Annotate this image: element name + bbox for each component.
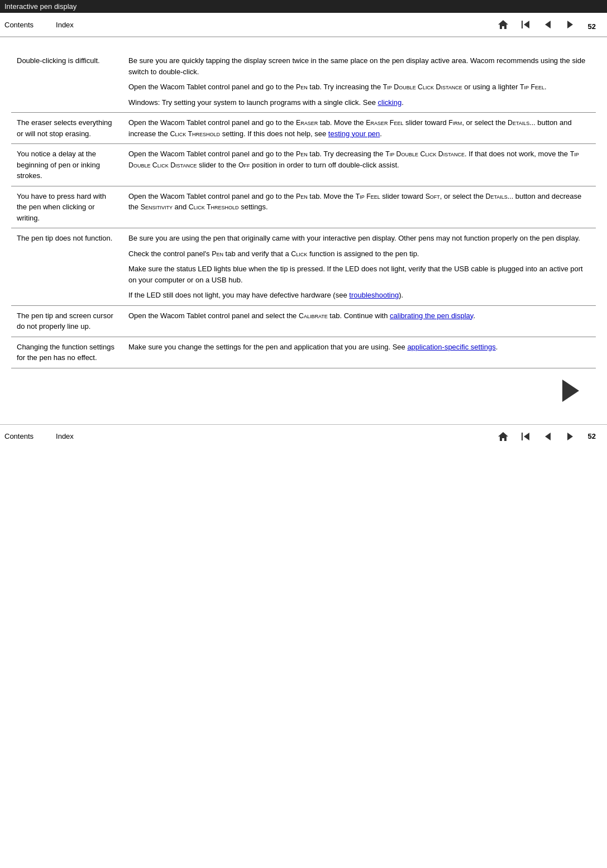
details-label2: Details... bbox=[486, 193, 514, 200]
nav-icon-group bbox=[493, 16, 580, 33]
svg-rect-6 bbox=[522, 433, 523, 440]
contents-link[interactable]: Contents bbox=[4, 21, 34, 29]
prev-page-button[interactable] bbox=[538, 16, 558, 33]
firm-label: Firm bbox=[448, 119, 462, 127]
footer-home-icon bbox=[497, 430, 509, 443]
next-arrow-container bbox=[11, 368, 596, 407]
home-button[interactable] bbox=[493, 16, 513, 33]
svg-marker-3 bbox=[545, 21, 551, 28]
pen-tab-label3: Pen bbox=[296, 193, 308, 200]
first-page-icon bbox=[519, 18, 532, 31]
next-page-arrow[interactable] bbox=[562, 380, 579, 402]
troubleshooting-link[interactable]: troubleshooting bbox=[349, 291, 399, 299]
svg-marker-8 bbox=[545, 433, 551, 440]
tip-dcd-label2: Tip Double Click Distance bbox=[128, 150, 579, 169]
svg-marker-4 bbox=[567, 21, 573, 28]
table-row: Double-clicking is difficult. Be sure yo… bbox=[11, 51, 596, 113]
next-page-icon bbox=[564, 18, 576, 31]
svg-marker-0 bbox=[498, 20, 508, 29]
details-label: Details... bbox=[508, 119, 536, 127]
footer-prev-button[interactable] bbox=[538, 428, 558, 445]
troubleshooting-table: Double-clicking is difficult. Be sure yo… bbox=[11, 51, 596, 368]
problem-cell: Double-clicking is difficult. bbox=[11, 51, 123, 113]
testing-pen-link[interactable]: testing your pen bbox=[328, 130, 380, 138]
svg-marker-7 bbox=[524, 433, 529, 440]
tip-feel-label: Tip Feel bbox=[520, 83, 544, 91]
problem-cell: Changing the function settings for the p… bbox=[11, 337, 123, 368]
calibrating-link[interactable]: calibrating the pen display bbox=[390, 311, 473, 320]
table-row: Changing the function settings for the p… bbox=[11, 337, 596, 368]
app-specific-link[interactable]: application-specific settings bbox=[407, 343, 495, 351]
click-threshold-label2: Click Threshold bbox=[189, 203, 239, 211]
click-label: Click bbox=[291, 250, 307, 258]
calibrate-tab-label: Calibrate bbox=[299, 312, 328, 320]
footer-prev-icon bbox=[542, 430, 554, 443]
problem-cell: You have to press hard with the pen when… bbox=[11, 186, 123, 228]
table-row: The pen tip does not function. Be sure y… bbox=[11, 228, 596, 306]
solution-cell: Be sure you are quickly tapping the disp… bbox=[123, 51, 596, 113]
problem-cell: The pen tip and screen cursor do not pro… bbox=[11, 305, 123, 337]
soft-label: Soft bbox=[426, 193, 440, 200]
solution-cell: Open the Wacom Tablet control panel and … bbox=[123, 113, 596, 144]
footer-index-link[interactable]: Index bbox=[56, 432, 74, 440]
prev-page-icon bbox=[542, 18, 554, 31]
pen-tab-label2: Pen bbox=[296, 150, 308, 158]
problem-cell: You notice a delay at the beginning of p… bbox=[11, 144, 123, 186]
table-row: You notice a delay at the beginning of p… bbox=[11, 144, 596, 186]
off-label: Off bbox=[238, 161, 250, 169]
pen-tab-label: Pen bbox=[296, 83, 308, 91]
table-row: You have to press hard with the pen when… bbox=[11, 186, 596, 228]
home-icon bbox=[497, 18, 509, 31]
tip-feel-label2: Tip Feel bbox=[356, 193, 380, 200]
svg-marker-9 bbox=[567, 433, 573, 440]
page-footer: Contents Index bbox=[0, 424, 607, 448]
page-number-footer: 52 bbox=[581, 430, 603, 443]
table-row: The eraser selects everything or will no… bbox=[11, 113, 596, 144]
footer-first-button[interactable] bbox=[515, 428, 536, 445]
nav-bar: Contents Index bbox=[0, 13, 607, 37]
title-bar: Interactive pen display bbox=[0, 0, 607, 13]
solution-cell: Be sure you are using the pen that origi… bbox=[123, 228, 596, 306]
solution-cell: Open the Wacom Tablet control panel and … bbox=[123, 186, 596, 228]
svg-marker-5 bbox=[498, 432, 508, 441]
svg-marker-2 bbox=[524, 21, 529, 28]
page-number-header: 52 bbox=[581, 20, 603, 33]
footer-first-icon bbox=[519, 430, 532, 443]
clicking-link[interactable]: clicking bbox=[378, 98, 402, 107]
tip-dcd-label: Tip Double Click Distance bbox=[385, 150, 465, 158]
footer-next-button[interactable] bbox=[560, 428, 580, 445]
tip-double-click-label: Tip Double Click Distance bbox=[383, 83, 462, 91]
pen-tab-label4: Pen bbox=[212, 250, 223, 258]
page-header: Interactive pen display Contents Index bbox=[0, 0, 607, 37]
sensitivity-label: Sensitivity bbox=[141, 203, 173, 211]
footer-contents-link[interactable]: Contents bbox=[4, 432, 34, 440]
page-title: Interactive pen display bbox=[4, 2, 77, 11]
eraser-tab-label: Eraser bbox=[296, 119, 318, 127]
footer-next-icon bbox=[564, 430, 576, 443]
solution-cell: Open the Wacom Tablet control panel and … bbox=[123, 305, 596, 337]
eraser-feel-label: Eraser Feel bbox=[366, 119, 403, 127]
problem-cell: The eraser selects everything or will no… bbox=[11, 113, 123, 144]
footer-icon-group bbox=[493, 428, 580, 445]
next-page-button[interactable] bbox=[560, 16, 580, 33]
footer-home-button[interactable] bbox=[493, 428, 513, 445]
click-threshold-label: Click Threshold bbox=[170, 130, 220, 138]
index-link[interactable]: Index bbox=[56, 21, 74, 29]
nav-links: Contents Index bbox=[4, 21, 74, 29]
problem-cell: The pen tip does not function. bbox=[11, 228, 123, 306]
main-content: Double-clicking is difficult. Be sure yo… bbox=[0, 37, 607, 424]
solution-cell: Open the Wacom Tablet control panel and … bbox=[123, 144, 596, 186]
table-row: The pen tip and screen cursor do not pro… bbox=[11, 305, 596, 337]
svg-rect-1 bbox=[522, 21, 523, 28]
footer-nav-links: Contents Index bbox=[4, 432, 74, 440]
solution-cell: Make sure you change the settings for th… bbox=[123, 337, 596, 368]
first-page-button[interactable] bbox=[515, 16, 536, 33]
